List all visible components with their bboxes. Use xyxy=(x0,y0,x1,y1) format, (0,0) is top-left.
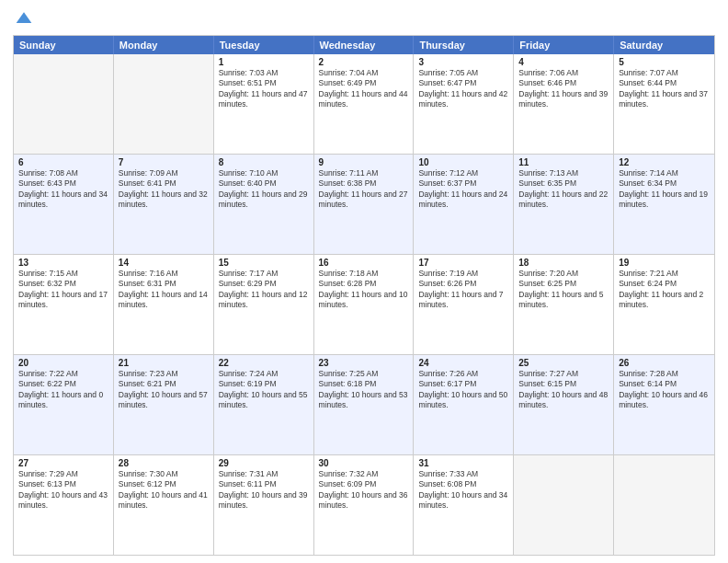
cell-info: Sunrise: 7:17 AM Sunset: 6:29 PM Dayligh… xyxy=(219,269,309,311)
calendar-cell: 28Sunrise: 7:30 AM Sunset: 6:12 PM Dayli… xyxy=(114,455,214,555)
calendar-cell: 22Sunrise: 7:24 AM Sunset: 6:19 PM Dayli… xyxy=(214,355,314,454)
calendar-cell: 12Sunrise: 7:14 AM Sunset: 6:34 PM Dayli… xyxy=(614,155,714,254)
day-number: 25 xyxy=(518,358,609,368)
calendar-cell: 8Sunrise: 7:10 AM Sunset: 6:40 PM Daylig… xyxy=(214,155,314,254)
calendar-cell: 24Sunrise: 7:26 AM Sunset: 6:17 PM Dayli… xyxy=(414,355,514,454)
calendar-cell: 25Sunrise: 7:27 AM Sunset: 6:15 PM Dayli… xyxy=(514,355,614,454)
calendar-cell: 6Sunrise: 7:08 AM Sunset: 6:43 PM Daylig… xyxy=(14,155,114,254)
calendar-cell: 31Sunrise: 7:33 AM Sunset: 6:08 PM Dayli… xyxy=(414,455,514,555)
day-number: 6 xyxy=(18,157,108,167)
header-day-sunday: Sunday xyxy=(14,36,114,54)
day-number: 17 xyxy=(418,258,508,268)
day-number: 14 xyxy=(119,258,209,268)
calendar-cell: 4Sunrise: 7:06 AM Sunset: 6:46 PM Daylig… xyxy=(514,54,614,154)
day-number: 13 xyxy=(18,258,108,268)
cell-info: Sunrise: 7:25 AM Sunset: 6:18 PM Dayligh… xyxy=(319,369,409,411)
cell-info: Sunrise: 7:16 AM Sunset: 6:31 PM Dayligh… xyxy=(119,269,209,311)
logo-icon xyxy=(15,9,33,28)
calendar-cell: 1Sunrise: 7:03 AM Sunset: 6:51 PM Daylig… xyxy=(214,54,314,154)
day-number: 19 xyxy=(619,258,710,268)
day-number: 16 xyxy=(319,258,409,268)
calendar-cell: 10Sunrise: 7:12 AM Sunset: 6:37 PM Dayli… xyxy=(414,155,514,254)
calendar-cell: 15Sunrise: 7:17 AM Sunset: 6:29 PM Dayli… xyxy=(214,255,314,354)
cell-info: Sunrise: 7:30 AM Sunset: 6:12 PM Dayligh… xyxy=(119,469,209,511)
day-number: 10 xyxy=(418,157,508,167)
calendar-row-1: 6Sunrise: 7:08 AM Sunset: 6:43 PM Daylig… xyxy=(14,154,714,254)
header-day-saturday: Saturday xyxy=(614,36,714,54)
calendar-cell: 30Sunrise: 7:32 AM Sunset: 6:09 PM Dayli… xyxy=(314,455,415,555)
calendar-cell: 5Sunrise: 7:07 AM Sunset: 6:44 PM Daylig… xyxy=(614,54,714,154)
day-number: 9 xyxy=(319,157,409,167)
calendar-cell: 9Sunrise: 7:11 AM Sunset: 6:38 PM Daylig… xyxy=(314,155,415,254)
day-number: 8 xyxy=(219,157,309,167)
day-number: 21 xyxy=(119,358,209,368)
calendar-row-2: 13Sunrise: 7:15 AM Sunset: 6:32 PM Dayli… xyxy=(14,254,714,354)
calendar-cell: 17Sunrise: 7:19 AM Sunset: 6:26 PM Dayli… xyxy=(414,255,514,354)
calendar-cell: 7Sunrise: 7:09 AM Sunset: 6:41 PM Daylig… xyxy=(114,155,214,254)
day-number: 4 xyxy=(518,57,609,67)
cell-info: Sunrise: 7:22 AM Sunset: 6:22 PM Dayligh… xyxy=(18,369,108,411)
cell-info: Sunrise: 7:09 AM Sunset: 6:41 PM Dayligh… xyxy=(119,168,209,211)
header-day-wednesday: Wednesday xyxy=(314,36,415,54)
day-number: 22 xyxy=(219,358,309,368)
logo-text xyxy=(13,9,33,29)
calendar-row-3: 20Sunrise: 7:22 AM Sunset: 6:22 PM Dayli… xyxy=(14,354,714,454)
cell-info: Sunrise: 7:27 AM Sunset: 6:15 PM Dayligh… xyxy=(518,369,609,411)
calendar-header: SundayMondayTuesdayWednesdayThursdayFrid… xyxy=(14,36,714,54)
calendar-row-4: 27Sunrise: 7:29 AM Sunset: 6:13 PM Dayli… xyxy=(14,454,714,555)
cell-info: Sunrise: 7:11 AM Sunset: 6:38 PM Dayligh… xyxy=(319,168,409,211)
cell-info: Sunrise: 7:13 AM Sunset: 6:35 PM Dayligh… xyxy=(518,168,609,211)
cell-info: Sunrise: 7:24 AM Sunset: 6:19 PM Dayligh… xyxy=(219,369,309,411)
calendar-cell: 20Sunrise: 7:22 AM Sunset: 6:22 PM Dayli… xyxy=(14,355,114,454)
day-number: 29 xyxy=(219,458,309,468)
logo xyxy=(13,9,33,29)
calendar-cell: 16Sunrise: 7:18 AM Sunset: 6:28 PM Dayli… xyxy=(314,255,415,354)
day-number: 11 xyxy=(518,157,609,167)
calendar-cell: 3Sunrise: 7:05 AM Sunset: 6:47 PM Daylig… xyxy=(414,54,514,154)
calendar-cell: 23Sunrise: 7:25 AM Sunset: 6:18 PM Dayli… xyxy=(314,355,415,454)
calendar-cell xyxy=(614,455,714,555)
cell-info: Sunrise: 7:26 AM Sunset: 6:17 PM Dayligh… xyxy=(418,369,508,411)
day-number: 27 xyxy=(18,458,108,468)
calendar-cell: 2Sunrise: 7:04 AM Sunset: 6:49 PM Daylig… xyxy=(314,54,415,154)
cell-info: Sunrise: 7:06 AM Sunset: 6:46 PM Dayligh… xyxy=(518,68,609,110)
cell-info: Sunrise: 7:32 AM Sunset: 6:09 PM Dayligh… xyxy=(319,469,409,511)
calendar-cell xyxy=(114,54,214,154)
cell-info: Sunrise: 7:33 AM Sunset: 6:08 PM Dayligh… xyxy=(418,469,508,511)
day-number: 28 xyxy=(119,458,209,468)
day-number: 30 xyxy=(319,458,409,468)
calendar-body: 1Sunrise: 7:03 AM Sunset: 6:51 PM Daylig… xyxy=(14,54,714,555)
header-day-monday: Monday xyxy=(114,36,214,54)
header-day-friday: Friday xyxy=(514,36,614,54)
calendar: SundayMondayTuesdayWednesdayThursdayFrid… xyxy=(13,35,715,556)
cell-info: Sunrise: 7:10 AM Sunset: 6:40 PM Dayligh… xyxy=(219,168,309,211)
svg-marker-0 xyxy=(17,12,32,23)
cell-info: Sunrise: 7:21 AM Sunset: 6:24 PM Dayligh… xyxy=(619,269,710,311)
day-number: 12 xyxy=(619,157,710,167)
day-number: 2 xyxy=(319,57,409,67)
cell-info: Sunrise: 7:28 AM Sunset: 6:14 PM Dayligh… xyxy=(619,369,710,411)
day-number: 7 xyxy=(119,157,209,167)
header-day-tuesday: Tuesday xyxy=(214,36,314,54)
calendar-cell: 13Sunrise: 7:15 AM Sunset: 6:32 PM Dayli… xyxy=(14,255,114,354)
day-number: 24 xyxy=(418,358,508,368)
day-number: 26 xyxy=(619,358,710,368)
calendar-cell: 19Sunrise: 7:21 AM Sunset: 6:24 PM Dayli… xyxy=(614,255,714,354)
cell-info: Sunrise: 7:08 AM Sunset: 6:43 PM Dayligh… xyxy=(18,168,108,211)
cell-info: Sunrise: 7:05 AM Sunset: 6:47 PM Dayligh… xyxy=(418,68,508,110)
cell-info: Sunrise: 7:31 AM Sunset: 6:11 PM Dayligh… xyxy=(219,469,309,511)
cell-info: Sunrise: 7:04 AM Sunset: 6:49 PM Dayligh… xyxy=(319,68,409,110)
cell-info: Sunrise: 7:29 AM Sunset: 6:13 PM Dayligh… xyxy=(18,469,108,511)
day-number: 15 xyxy=(219,258,309,268)
calendar-cell: 21Sunrise: 7:23 AM Sunset: 6:21 PM Dayli… xyxy=(114,355,214,454)
calendar-cell: 26Sunrise: 7:28 AM Sunset: 6:14 PM Dayli… xyxy=(614,355,714,454)
cell-info: Sunrise: 7:20 AM Sunset: 6:25 PM Dayligh… xyxy=(518,269,609,311)
header xyxy=(13,9,715,29)
page: SundayMondayTuesdayWednesdayThursdayFrid… xyxy=(0,0,728,563)
cell-info: Sunrise: 7:18 AM Sunset: 6:28 PM Dayligh… xyxy=(319,269,409,311)
cell-info: Sunrise: 7:14 AM Sunset: 6:34 PM Dayligh… xyxy=(619,168,710,211)
calendar-cell: 29Sunrise: 7:31 AM Sunset: 6:11 PM Dayli… xyxy=(214,455,314,555)
cell-info: Sunrise: 7:03 AM Sunset: 6:51 PM Dayligh… xyxy=(219,68,309,110)
day-number: 20 xyxy=(18,358,108,368)
day-number: 31 xyxy=(418,458,508,468)
